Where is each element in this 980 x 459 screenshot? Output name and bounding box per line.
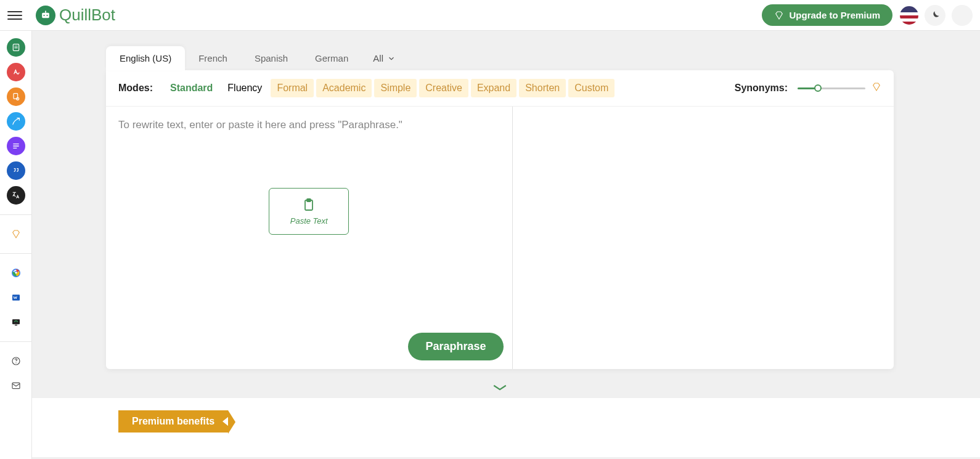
- language-tab-german[interactable]: German: [301, 46, 362, 70]
- mode-custom[interactable]: Custom: [568, 79, 615, 97]
- sidebar-summarizer[interactable]: [7, 137, 25, 155]
- moon-icon: [929, 10, 941, 21]
- chevron-down-icon: [492, 383, 508, 392]
- svg-rect-10: [12, 319, 20, 324]
- input-placeholder: To rewrite text, enter or paste it here …: [118, 119, 500, 131]
- summarizer-icon: [11, 141, 21, 151]
- language-all-label: All: [373, 53, 383, 63]
- synonyms-premium-icon: [872, 82, 881, 94]
- sidebar-chrome-extension[interactable]: [7, 264, 25, 282]
- premium-benefits-label: Premium benefits: [132, 416, 214, 426]
- plagiarism-checker-icon: [11, 92, 21, 102]
- clipboard-icon: [301, 198, 316, 213]
- logo[interactable]: QuillBot: [36, 6, 115, 25]
- sidebar-divider: [0, 341, 31, 342]
- premium-benefits-banner[interactable]: Premium benefits: [118, 410, 228, 433]
- language-tab-french[interactable]: French: [185, 46, 241, 70]
- chrome-extension-icon: [11, 268, 21, 278]
- diamond-icon: [872, 82, 881, 92]
- citation-generator-icon: [11, 166, 21, 176]
- mode-fluency[interactable]: Fluency: [221, 79, 268, 97]
- sidebar-divider: [0, 253, 31, 254]
- mode-formal[interactable]: Formal: [271, 79, 314, 97]
- svg-point-13: [15, 362, 16, 363]
- output-pane: [513, 107, 894, 369]
- sidebar-grammar[interactable]: [7, 63, 25, 81]
- app-header: QuillBot Upgrade to Premium: [0, 0, 980, 31]
- desktop-extension-icon: [11, 317, 21, 327]
- svg-point-1: [43, 14, 44, 15]
- sidebar-divider: [0, 214, 31, 215]
- contact-icon: [11, 381, 21, 391]
- modes-bar: Modes: Standard Fluency Formal Academic …: [106, 70, 894, 107]
- modes-label: Modes:: [118, 83, 153, 94]
- mode-academic[interactable]: Academic: [316, 79, 372, 97]
- language-tab-english-us[interactable]: English (US): [106, 46, 185, 70]
- sidebar-desktop-extension[interactable]: [7, 313, 25, 331]
- theme-toggle[interactable]: [925, 5, 945, 26]
- paste-label: Paste Text: [290, 216, 328, 225]
- synonyms-label: Synonyms:: [735, 83, 788, 94]
- svg-rect-0: [42, 12, 49, 17]
- editor-panes: To rewrite text, enter or paste it here …: [106, 107, 894, 369]
- sidebar-plagiarism[interactable]: [7, 87, 25, 106]
- sidebar-citation[interactable]: [7, 161, 25, 180]
- sidebar-word-extension[interactable]: [7, 288, 25, 307]
- mode-standard[interactable]: Standard: [164, 79, 219, 97]
- svg-rect-3: [45, 10, 46, 12]
- word-extension-icon: [11, 293, 21, 303]
- language-tab-spanish[interactable]: Spanish: [241, 46, 301, 70]
- account-avatar[interactable]: [952, 5, 973, 26]
- upgrade-to-premium-button[interactable]: Upgrade to Premium: [762, 4, 892, 26]
- sidebar-help[interactable]: [7, 352, 25, 370]
- paste-text-button[interactable]: Paste Text: [269, 188, 349, 235]
- sidebar: [0, 31, 32, 459]
- synonyms-slider[interactable]: [798, 86, 865, 90]
- mode-creative[interactable]: Creative: [419, 79, 468, 97]
- svg-rect-11: [15, 325, 17, 325]
- logo-text: QuillBot: [59, 6, 115, 25]
- svg-rect-9: [12, 294, 20, 300]
- sidebar-translator[interactable]: [7, 186, 25, 205]
- premium-benefits-section: Premium benefits: [32, 397, 980, 457]
- mode-simple[interactable]: Simple: [374, 79, 417, 97]
- chevron-down-icon: [387, 54, 396, 63]
- svg-rect-4: [13, 44, 18, 51]
- paraphrase-button[interactable]: Paraphrase: [408, 333, 503, 360]
- input-pane[interactable]: To rewrite text, enter or paste it here …: [106, 107, 513, 369]
- cowriter-icon: [11, 116, 21, 126]
- sidebar-contact[interactable]: [7, 376, 25, 395]
- svg-point-2: [46, 14, 47, 15]
- language-tabs: English (US) French Spanish German All: [106, 46, 894, 70]
- expand-panel-toggle[interactable]: [106, 369, 894, 397]
- editor-card: Modes: Standard Fluency Formal Academic …: [106, 70, 894, 369]
- logo-icon: [36, 6, 55, 25]
- sidebar-paraphraser[interactable]: [7, 38, 25, 57]
- mode-shorten[interactable]: Shorten: [519, 79, 566, 97]
- slider-thumb[interactable]: [814, 84, 822, 92]
- paraphraser-icon: [11, 43, 21, 52]
- translator-icon: [11, 190, 21, 200]
- language-all-dropdown[interactable]: All: [362, 46, 407, 70]
- language-region-button[interactable]: [900, 6, 918, 25]
- sidebar-premium[interactable]: [7, 225, 25, 243]
- menu-toggle[interactable]: [7, 8, 22, 23]
- sidebar-cowriter[interactable]: [7, 112, 25, 131]
- help-icon: [11, 356, 21, 366]
- upgrade-label: Upgrade to Premium: [789, 10, 880, 20]
- grammar-checker-icon: [11, 67, 21, 77]
- diamond-icon: [774, 10, 784, 20]
- premium-diamond-icon: [11, 229, 21, 239]
- main-area: English (US) French Spanish German All M…: [32, 31, 980, 459]
- mode-expand[interactable]: Expand: [471, 79, 517, 97]
